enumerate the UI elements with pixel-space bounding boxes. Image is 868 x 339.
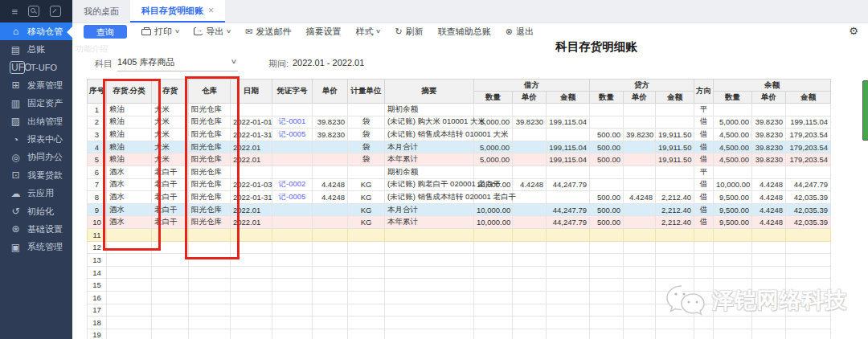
table-row[interactable]: 1粮油大米阳光仓库期初余额平 — [88, 104, 831, 116]
table-row[interactable]: 14 — [88, 266, 831, 279]
text-toolbar-button[interactable]: 样式∨ — [355, 26, 380, 38]
table-row[interactable]: 3粮油大米阳光仓库2022-01-31记-000539.8230袋(未记账) 销… — [88, 129, 831, 141]
cell — [752, 317, 786, 329]
cell — [272, 304, 313, 317]
subject-select[interactable]: 1405 库存商品 ∨ — [117, 56, 238, 71]
cell: 10 — [88, 216, 107, 229]
cell — [513, 266, 547, 279]
table-row[interactable]: 2粮油大米阳光仓库2022-01-01记-000139.8230袋(未记账) 购… — [88, 116, 831, 129]
sidebar-item-cloud[interactable]: ☁云应用 — [0, 185, 72, 202]
table-row[interactable]: 16 — [88, 291, 831, 304]
sidebar-item-system[interactable]: ▣系统管理 — [0, 239, 72, 256]
tab-subject-inventory-ledger[interactable]: 科目存货明细账 × — [130, 0, 225, 22]
cell — [231, 266, 272, 279]
sidebar-item-label: 初始化 — [27, 206, 54, 218]
cell — [714, 241, 752, 254]
table-row[interactable]: 13 — [88, 254, 831, 267]
cell — [107, 304, 152, 317]
cell: 179,203.54 — [786, 141, 831, 153]
export-toolbar-button[interactable]: 导出∨ — [194, 26, 231, 38]
table-row[interactable]: 19 — [88, 329, 831, 339]
cell: 4.4248 — [624, 191, 656, 204]
table-row[interactable]: 8酒水老白干阳光仓库2022-01-31记-00054.4248KG(未记账) … — [88, 191, 831, 204]
sidebar-item-warehouse[interactable]: ⌂移动仓管 — [0, 22, 72, 40]
table-row[interactable]: 5粮油大米阳光仓库2022.01袋本年累计5,000.00199,115.045… — [88, 153, 831, 166]
cell — [714, 104, 752, 116]
cell — [189, 254, 231, 267]
sidebar-item-ledger[interactable]: ▤总账 — [0, 40, 72, 58]
table-row[interactable]: 10酒水老白干阳光仓库2022.01KG本年累计10,000.0044,247.… — [88, 216, 831, 229]
cell: 大米 — [152, 104, 189, 116]
table-row[interactable]: 4粮油大米阳光仓库2022.01袋本月合计5,000.00199,115.045… — [88, 141, 831, 153]
cell — [694, 241, 714, 254]
sidebar-item-cashier[interactable]: ▨出纳管理 — [0, 112, 72, 130]
voucher-link[interactable]: 记-0001 — [279, 116, 306, 125]
cell — [348, 241, 385, 254]
refresh-toolbar-button[interactable]: ↻刷新 — [395, 26, 424, 38]
cell: KG — [348, 191, 385, 204]
cell: 179,203.54 — [786, 129, 831, 141]
cell — [656, 329, 694, 339]
voucher-link[interactable]: 记-0005 — [279, 129, 306, 138]
cell: 2022-01-01 — [231, 116, 272, 129]
voucher-link[interactable]: 记-0005 — [279, 192, 306, 201]
text-toolbar-button[interactable]: 联查辅助总账 — [438, 26, 491, 38]
table-row[interactable]: 11 — [88, 228, 831, 241]
menu-icon[interactable]: ≡ — [11, 6, 18, 17]
table-row[interactable]: 9酒水老白干阳光仓库2022.01KG本月合计10,000.0044,247.7… — [88, 203, 831, 216]
cell — [590, 279, 624, 292]
table-row[interactable]: 12 — [88, 241, 831, 254]
sidebar-item-collab[interactable]: ◎协同办公 — [0, 149, 72, 166]
table-row[interactable]: 18 — [88, 317, 831, 329]
query-button[interactable]: 查询 — [84, 25, 127, 39]
cell — [474, 279, 513, 292]
vertical-scrollbar-thumb[interactable] — [862, 80, 868, 141]
gear-icon[interactable]: ⚙ — [849, 26, 858, 36]
voucher-link[interactable]: 记-0002 — [279, 179, 306, 188]
table-row[interactable]: 7酒水老白干阳光仓库2022-01-03记-00024.4248KG(未记账) … — [88, 178, 831, 191]
cell — [624, 216, 656, 229]
col-header-inventory: 存货 — [152, 80, 189, 104]
toolbar-button-label: 联查辅助总账 — [438, 26, 491, 38]
table-row[interactable]: 6酒水老白干阳光仓库期初余额平 — [88, 165, 831, 178]
table-row[interactable]: 15 — [88, 279, 831, 292]
cell — [272, 317, 313, 329]
text-toolbar-button[interactable]: 摘要设置 — [305, 26, 341, 38]
cell: 39.8230 — [624, 129, 656, 141]
cell — [348, 304, 385, 317]
mail-toolbar-button[interactable]: ✉发送邮件 — [245, 26, 291, 38]
printer-icon — [141, 29, 151, 35]
compose-window-icon[interactable] — [50, 6, 61, 17]
cell — [786, 329, 831, 339]
ghost-function-intro-label: 功能介绍 — [76, 43, 108, 55]
cell: 粮油 — [107, 116, 152, 129]
printer-toolbar-button[interactable]: 打印∨ — [141, 26, 179, 38]
sidebar-item-report-pie[interactable]: ◔报表中心 — [0, 130, 72, 148]
exit-toolbar-button[interactable]: ⊗退出 — [506, 26, 534, 38]
cell — [348, 291, 385, 304]
sidebar-item-base-settings[interactable]: ⊛基础设置 — [0, 220, 72, 238]
cell — [513, 279, 547, 292]
search-window-icon[interactable] — [28, 6, 39, 17]
sidebar-item-init[interactable]: ↺初始化 — [0, 202, 72, 220]
cell: 17 — [88, 304, 107, 317]
sidebar-item-loan[interactable]: ⊡我要贷款 — [0, 166, 72, 184]
cell — [694, 291, 714, 304]
tab-my-desktop[interactable]: 我的桌面 — [72, 0, 130, 22]
close-icon[interactable]: × — [208, 5, 214, 16]
sidebar-item-invoice[interactable]: ⊞发票管理 — [0, 76, 72, 94]
cell — [714, 254, 752, 267]
cell — [107, 241, 152, 254]
sidebar-item-ufo[interactable]: UFOT-UFO — [0, 59, 72, 76]
toolbar-button-label: 打印 — [154, 26, 172, 38]
cell — [624, 165, 656, 178]
table-row[interactable]: 17 — [88, 304, 831, 317]
cell: 平 — [694, 104, 714, 116]
sidebar-item-bank[interactable]: ▥固定资产 — [0, 95, 72, 112]
cell — [272, 266, 313, 279]
cell — [513, 291, 547, 304]
cell — [348, 104, 385, 116]
col-group-balance: 余额 — [714, 80, 831, 92]
warehouse-icon: ⌂ — [10, 27, 22, 36]
cell — [385, 241, 474, 254]
